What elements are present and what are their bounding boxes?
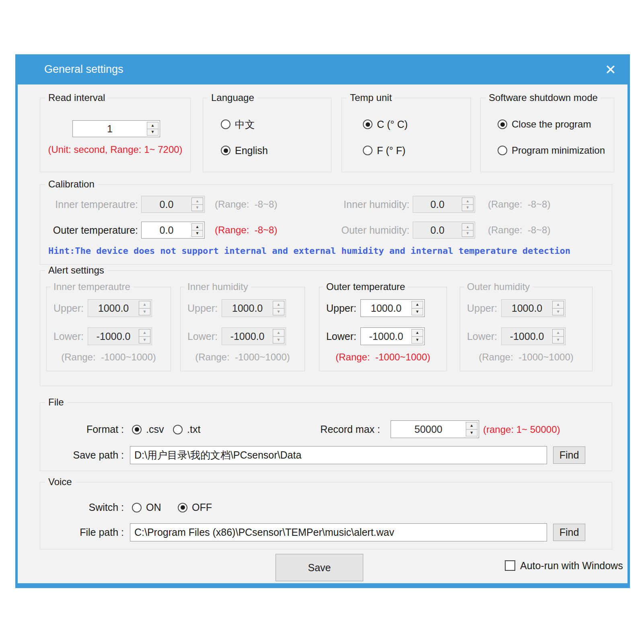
inner-humidity-spinner: ▲ ▼: [462, 198, 473, 211]
upper-label: Upper:: [181, 299, 218, 317]
autorun-checkbox[interactable]: [505, 560, 515, 571]
save-path-label: Save path :: [70, 446, 124, 464]
alert-inner-hum-lower-input: -1000.0 ▲ ▼: [222, 327, 286, 345]
alert-outer-temp-upper-input[interactable]: 1000.0 ▲ ▼: [360, 299, 425, 317]
radio-icon[interactable]: [173, 425, 183, 434]
save-path-input[interactable]: [130, 446, 547, 464]
group-title-voice: Voice: [45, 476, 75, 488]
upper-label: Upper:: [460, 299, 497, 317]
group-title-read-interval: Read interval: [45, 92, 108, 103]
autorun-checkbox-row[interactable]: Auto-run with Windows: [505, 558, 623, 573]
read-interval-spinner[interactable]: ▲ ▼: [147, 122, 158, 136]
radio-icon[interactable]: [132, 503, 142, 512]
alert-inner-humidity-group: Inner humidity Upper: 1000.0 ▲ ▼ Lower: …: [180, 287, 305, 371]
lower-value: -1000.0: [230, 331, 278, 342]
inner-temperature-label: Inner temperautre:: [40, 196, 138, 213]
radio-label: ON: [146, 502, 161, 513]
radio-icon[interactable]: [363, 146, 372, 155]
temp-unit-group: Temp unit C (° C) F (° F): [342, 98, 471, 172]
spin-down-icon[interactable]: ▼: [412, 309, 423, 315]
upper-spinner[interactable]: ▲ ▼: [412, 301, 423, 315]
spin-up-icon: ▲: [462, 198, 473, 205]
read-interval-input[interactable]: 1 ▲ ▼: [72, 120, 160, 137]
radio-option-on[interactable]: ON: [132, 500, 161, 515]
inner-humidity-label: Inner humidity:: [298, 196, 409, 213]
outer-temperature-value: 0.0: [160, 224, 187, 236]
spin-down-icon[interactable]: ▼: [147, 129, 158, 136]
radio-label: .csv: [146, 424, 164, 435]
spin-up-icon[interactable]: ▲: [466, 422, 477, 430]
radio-option-celsius[interactable]: C (° C): [363, 117, 408, 132]
alert-inner-hum-upper-input: 1000.0 ▲ ▼: [222, 299, 286, 317]
general-settings-dialog: General settings ✕ Read interval 1 ▲ ▼ (…: [15, 54, 630, 588]
lower-value: -1000.0: [510, 331, 557, 342]
file-path-find-button[interactable]: Find: [553, 524, 585, 541]
spin-down-icon[interactable]: ▼: [412, 337, 423, 344]
group-title-file: File: [45, 397, 67, 408]
outer-temperature-input[interactable]: 0.0 ▲ ▼: [141, 222, 205, 239]
radio-option-chinese[interactable]: 中文: [221, 117, 255, 132]
voice-group: Voice Switch : ON OFF File path : Find: [40, 482, 612, 549]
dialog-content: Read interval 1 ▲ ▼ (Unit: second, Range…: [18, 84, 628, 583]
lower-spinner[interactable]: ▲ ▼: [412, 329, 423, 344]
group-title-temp-unit: Temp unit: [347, 92, 395, 103]
radio-label: Program minimization: [512, 145, 605, 156]
radio-icon[interactable]: [132, 425, 142, 434]
radio-option-program-minimization[interactable]: Program minimization: [498, 143, 605, 158]
radio-icon[interactable]: [221, 119, 230, 129]
alert-settings-group: Alert settings Inner temperautre Upper: …: [40, 270, 612, 386]
subgroup-title: Inner humidity: [185, 281, 251, 292]
spin-down-icon: ▼: [462, 230, 473, 237]
radio-icon[interactable]: [178, 503, 187, 512]
calibration-hint: Hint:The device does not support interna…: [48, 246, 570, 256]
lower-spinner: ▲ ▼: [273, 329, 284, 344]
radio-option-txt[interactable]: .txt: [173, 422, 200, 437]
group-title-alert-settings: Alert settings: [45, 265, 107, 276]
close-icon[interactable]: ✕: [605, 63, 617, 76]
save-button[interactable]: Save: [276, 554, 363, 581]
subgroup-title: Outer humidity: [464, 281, 533, 292]
radio-option-english[interactable]: English: [221, 143, 268, 158]
outer-temperature-label: Outer temperature:: [40, 222, 138, 239]
radio-option-off[interactable]: OFF: [178, 500, 212, 515]
spin-up-icon[interactable]: ▲: [192, 224, 203, 230]
alert-outer-temp-lower-input[interactable]: -1000.0 ▲ ▼: [360, 327, 425, 345]
spin-up-icon[interactable]: ▲: [412, 301, 423, 309]
spin-up-icon[interactable]: ▲: [412, 329, 423, 337]
radio-icon[interactable]: [221, 146, 230, 155]
outer-humidity-value: 0.0: [430, 224, 457, 236]
save-button-label: Save: [308, 562, 331, 574]
spin-down-icon[interactable]: ▼: [466, 430, 477, 436]
alert-outer-hum-upper-input: 1000.0 ▲ ▼: [501, 299, 566, 317]
spin-down-icon[interactable]: ▼: [192, 230, 203, 237]
upper-spinner: ▲ ▼: [273, 301, 284, 315]
spin-down-icon: ▼: [273, 309, 284, 315]
spin-up-icon: ▲: [462, 224, 473, 230]
record-max-spinner[interactable]: ▲ ▼: [466, 422, 477, 436]
upper-spinner: ▲ ▼: [552, 301, 564, 315]
spin-down-icon: ▼: [462, 205, 473, 211]
find-button-label: Find: [560, 449, 579, 461]
outer-temperature-spinner[interactable]: ▲ ▼: [191, 223, 203, 237]
radio-icon[interactable]: [498, 146, 507, 155]
outer-humidity-spinner: ▲ ▼: [462, 223, 473, 237]
spin-up-icon[interactable]: ▲: [147, 122, 158, 129]
radio-label: C (° C): [377, 119, 408, 130]
radio-icon[interactable]: [498, 119, 507, 129]
file-path-input[interactable]: [130, 523, 547, 541]
record-max-input[interactable]: 50000 ▲ ▼: [391, 420, 479, 438]
radio-label: OFF: [192, 502, 212, 513]
radio-icon[interactable]: [363, 119, 372, 129]
autorun-label: Auto-run with Windows: [520, 560, 623, 572]
radio-option-csv[interactable]: .csv: [132, 422, 164, 437]
upper-value: 1000.0: [512, 302, 555, 314]
upper-label: Upper:: [319, 299, 356, 317]
alert-range: (Range: -1000~1000): [181, 352, 305, 363]
save-path-find-button[interactable]: Find: [553, 446, 585, 464]
outer-temperature-range: (Range: -8~8): [215, 222, 277, 239]
radio-option-fahrenheit[interactable]: F (° F): [363, 143, 405, 158]
spin-up-icon: ▲: [139, 301, 150, 309]
radio-option-close-program[interactable]: Close the program: [498, 117, 591, 132]
outer-humidity-range: (Range: -8~8): [488, 222, 550, 239]
alert-outer-humidity-group: Outer humidity Upper: 1000.0 ▲ ▼ Lower: …: [460, 287, 593, 371]
